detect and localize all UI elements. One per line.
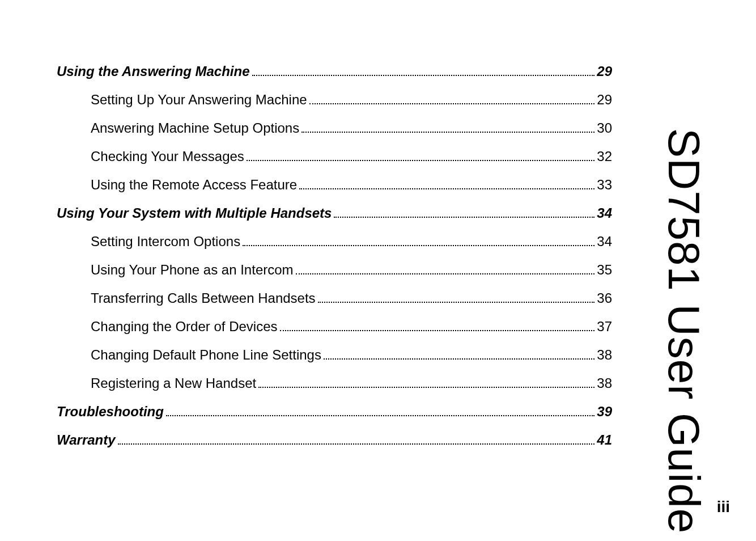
toc-page: 41 (597, 430, 612, 450)
dot-leader (324, 347, 594, 360)
toc-sub: Transferring Calls Between Handsets 36 (57, 288, 612, 308)
dot-leader (280, 319, 595, 331)
toc-page: 30 (597, 118, 612, 138)
toc-page: 35 (597, 260, 612, 280)
toc-label: Changing the Order of Devices (57, 316, 278, 337)
toc-label: Registering a New Handset (57, 373, 256, 394)
toc-section: Troubleshooting 39 (57, 401, 612, 422)
toc-label: Setting Intercom Options (57, 231, 240, 252)
toc-page: 39 (597, 401, 612, 422)
dot-leader (247, 149, 594, 161)
dot-leader (309, 92, 595, 104)
dot-leader (334, 205, 594, 218)
document-page: Using the Answering Machine 29 Setting U… (0, 0, 756, 541)
toc-sub: Using the Remote Access Feature 33 (57, 175, 612, 195)
toc-page: 33 (597, 175, 612, 195)
toc-label: Using Your System with Multiple Handsets (57, 203, 332, 223)
toc-page: 34 (597, 203, 612, 223)
dot-leader (118, 432, 595, 445)
dot-leader (318, 290, 595, 303)
toc-sub: Setting Up Your Answering Machine 29 (57, 90, 612, 110)
toc-section: Warranty 41 (57, 430, 612, 450)
toc-page: 34 (597, 231, 612, 252)
dot-leader (243, 234, 594, 246)
toc-sub: Using Your Phone as an Intercom 35 (57, 260, 612, 280)
toc-label: Changing Default Phone Line Settings (57, 345, 321, 365)
toc-label: Troubleshooting (57, 401, 164, 422)
toc-sub: Changing the Order of Devices 37 (57, 316, 612, 337)
toc-sub: Registering a New Handset 38 (57, 373, 612, 394)
toc-page: 32 (597, 146, 612, 167)
toc-page: 37 (597, 316, 612, 337)
dot-leader (258, 375, 594, 388)
toc-page: 38 (597, 373, 612, 394)
page-number: iii (717, 498, 730, 516)
toc-label: Checking Your Messages (57, 146, 244, 167)
toc-label: Transferring Calls Between Handsets (57, 288, 316, 308)
toc-page: 29 (597, 90, 612, 110)
toc-sub: Checking Your Messages 32 (57, 146, 612, 167)
table-of-contents: Using the Answering Machine 29 Setting U… (57, 61, 623, 513)
toc-label: Using Your Phone as an Intercom (57, 260, 294, 280)
toc-section: Using Your System with Multiple Handsets… (57, 203, 612, 223)
dot-leader (296, 262, 595, 274)
toc-label: Setting Up Your Answering Machine (57, 90, 307, 110)
toc-label: Warranty (57, 430, 116, 450)
toc-page: 38 (597, 345, 612, 365)
dot-leader (252, 64, 595, 76)
toc-section: Using the Answering Machine 29 (57, 61, 612, 82)
side-gutter: SD7581 User Guide (623, 61, 716, 513)
toc-label: Using the Answering Machine (57, 61, 250, 82)
dot-leader (299, 177, 594, 189)
toc-page: 36 (597, 288, 612, 308)
side-title: SD7581 User Guide (658, 128, 710, 534)
toc-sub: Changing Default Phone Line Settings 38 (57, 345, 612, 365)
toc-label: Using the Remote Access Feature (57, 175, 297, 195)
dot-leader (166, 404, 594, 416)
toc-sub: Answering Machine Setup Options 30 (57, 118, 612, 138)
toc-sub: Setting Intercom Options 34 (57, 231, 612, 252)
toc-page: 29 (597, 61, 612, 82)
dot-leader (301, 120, 594, 133)
toc-label: Answering Machine Setup Options (57, 118, 299, 138)
